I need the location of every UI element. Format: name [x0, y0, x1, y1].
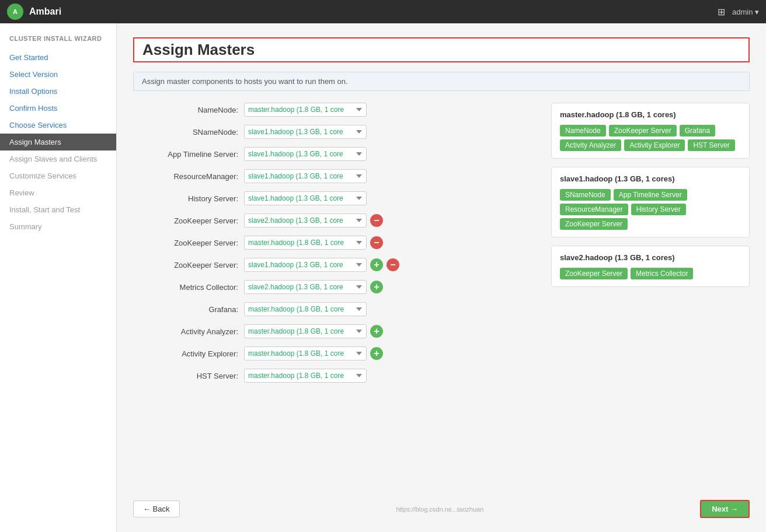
sidebar-item-confirm-hosts[interactable]: Confirm Hosts: [0, 100, 116, 117]
label-app-timeline: App Timeline Server:: [133, 150, 244, 159]
host-card-slave1: slave1.hadoop (1.3 GB, 1 cores) SNameNod…: [551, 167, 750, 237]
main-layout: CLUSTER INSTALL WIZARD Get Started Selec…: [0, 23, 766, 532]
tag-activity-analyzer: Activity Analyzer: [560, 139, 621, 151]
sidebar: CLUSTER INSTALL WIZARD Get Started Selec…: [0, 23, 117, 532]
form-row-namenode: NameNode: master.hadoop (1.8 GB, 1 core: [133, 103, 537, 117]
tag-zookeeper-server-slave2: ZooKeeper Server: [560, 268, 628, 279]
label-grafana: Grafana:: [133, 305, 244, 314]
form-row-grafana: Grafana: master.hadoop (1.8 GB, 1 core: [133, 302, 537, 316]
footer: ← Back https://blog.csdn.ne...taozhuan N…: [133, 488, 750, 518]
host-card-slave1-tags: SNameNode App Timeline Server ResourceMa…: [560, 189, 741, 230]
next-button[interactable]: Next →: [700, 500, 750, 518]
form-row-snamenode: SNameNode: slave1.hadoop (1.3 GB, 1 core: [133, 125, 537, 139]
select-wrap-hst-server: master.hadoop (1.8 GB, 1 core: [244, 369, 367, 383]
select-wrap-app-timeline: slave1.hadoop (1.3 GB, 1 core: [244, 147, 367, 161]
select-wrap-history-server: slave1.hadoop (1.3 GB, 1 core: [244, 191, 367, 205]
assign-grid: NameNode: master.hadoop (1.8 GB, 1 core …: [133, 103, 750, 488]
add-metrics-collector-button[interactable]: +: [370, 281, 383, 293]
grid-icon[interactable]: ⊞: [718, 6, 725, 18]
sidebar-item-get-started[interactable]: Get Started: [0, 49, 116, 66]
form-row-activity-analyzer: Activity Analyzer: master.hadoop (1.8 GB…: [133, 324, 537, 338]
label-activity-explorer: Activity Explorer:: [133, 349, 244, 358]
app-brand: Ambari: [29, 6, 61, 17]
tag-app-timeline-server: App Timeline Server: [614, 189, 687, 201]
sidebar-item-summary: Summary: [0, 218, 116, 235]
select-wrap-grafana: master.hadoop (1.8 GB, 1 core: [244, 302, 367, 316]
label-zk2: ZooKeeper Server:: [133, 239, 244, 247]
remove-zk2-button[interactable]: −: [370, 236, 383, 249]
sidebar-item-review: Review: [0, 184, 116, 201]
select-grafana[interactable]: master.hadoop (1.8 GB, 1 core: [244, 302, 367, 316]
add-activity-explorer-button[interactable]: +: [370, 347, 383, 360]
remove-zk3-button[interactable]: −: [387, 258, 399, 271]
remove-zk1-button[interactable]: −: [370, 214, 383, 227]
select-wrap-namenode: master.hadoop (1.8 GB, 1 core: [244, 103, 367, 117]
select-app-timeline[interactable]: slave1.hadoop (1.3 GB, 1 core: [244, 147, 367, 161]
select-wrap-zk2: master.hadoop (1.8 GB, 1 core −: [244, 236, 383, 250]
form-row-app-timeline: App Timeline Server: slave1.hadoop (1.3 …: [133, 147, 537, 161]
watermark: https://blog.csdn.ne...taozhuan: [396, 506, 483, 513]
add-activity-analyzer-button[interactable]: +: [370, 325, 383, 338]
user-menu[interactable]: admin ▾: [732, 8, 759, 16]
tag-zookeeper-server: ZooKeeper Server: [609, 125, 677, 136]
host-card-slave2-title: slave2.hadoop (1.3 GB, 1 cores): [560, 253, 741, 262]
sidebar-item-select-version[interactable]: Select Version: [0, 66, 116, 83]
form-row-metrics-collector: Metrics Collector: slave2.hadoop (1.3 GB…: [133, 280, 537, 294]
label-activity-analyzer: Activity Analyzer:: [133, 327, 244, 336]
navbar-left: A Ambari: [7, 4, 61, 20]
page-title: Assign Masters: [133, 37, 750, 62]
select-wrap-zk1: slave2.hadoop (1.3 GB, 1 core −: [244, 214, 383, 228]
select-activity-analyzer[interactable]: master.hadoop (1.8 GB, 1 core: [244, 324, 367, 338]
sidebar-item-install-start-test: Install, Start and Test: [0, 201, 116, 218]
info-bar: Assign master components to hosts you wa…: [133, 72, 750, 91]
tag-resource-manager: ResourceManager: [560, 204, 628, 215]
form-panel: NameNode: master.hadoop (1.8 GB, 1 core …: [133, 103, 537, 488]
select-zk3[interactable]: slave1.hadoop (1.3 GB, 1 core: [244, 258, 367, 272]
sidebar-item-choose-services[interactable]: Choose Services: [0, 117, 116, 134]
label-hst-server: HST Server:: [133, 372, 244, 380]
select-wrap-snamenode: slave1.hadoop (1.3 GB, 1 core: [244, 125, 367, 139]
select-wrap-activity-analyzer: master.hadoop (1.8 GB, 1 core +: [244, 324, 383, 338]
select-resource-manager[interactable]: slave1.hadoop (1.3 GB, 1 core: [244, 169, 367, 183]
sidebar-item-customize-services: Customize Services: [0, 167, 116, 184]
select-hst-server[interactable]: master.hadoop (1.8 GB, 1 core: [244, 369, 367, 383]
select-activity-explorer[interactable]: master.hadoop (1.8 GB, 1 core: [244, 346, 367, 360]
select-wrap-metrics-collector: slave2.hadoop (1.3 GB, 1 core +: [244, 280, 383, 294]
select-history-server[interactable]: slave1.hadoop (1.3 GB, 1 core: [244, 191, 367, 205]
host-card-slave2-tags: ZooKeeper Server Metrics Collector: [560, 268, 741, 279]
host-card-master-title: master.hadoop (1.8 GB, 1 cores): [560, 110, 741, 119]
navbar: A Ambari ⊞ admin ▾: [0, 0, 766, 23]
tag-snamenode: SNameNode: [560, 189, 611, 201]
navbar-right: ⊞ admin ▾: [718, 6, 759, 18]
sidebar-item-assign-slaves: Assign Slaves and Clients: [0, 150, 116, 167]
label-history-server: History Server:: [133, 194, 244, 203]
label-metrics-collector: Metrics Collector:: [133, 283, 244, 292]
select-namenode[interactable]: master.hadoop (1.8 GB, 1 core: [244, 103, 367, 117]
host-summary: master.hadoop (1.8 GB, 1 cores) NameNode…: [551, 103, 750, 488]
form-row-activity-explorer: Activity Explorer: master.hadoop (1.8 GB…: [133, 346, 537, 360]
tag-hst-server: HST Server: [688, 139, 734, 151]
host-card-master: master.hadoop (1.8 GB, 1 cores) NameNode…: [551, 103, 750, 159]
form-row-history-server: History Server: slave1.hadoop (1.3 GB, 1…: [133, 191, 537, 205]
tag-metrics-collector: Metrics Collector: [631, 268, 693, 279]
form-row-hst-server: HST Server: master.hadoop (1.8 GB, 1 cor…: [133, 369, 537, 383]
add-zk3-button[interactable]: +: [370, 258, 383, 271]
tag-grafana: Grafana: [680, 125, 715, 136]
content: Assign Masters Assign master components …: [117, 23, 766, 532]
sidebar-item-assign-masters[interactable]: Assign Masters: [0, 134, 116, 150]
select-snamenode[interactable]: slave1.hadoop (1.3 GB, 1 core: [244, 125, 367, 139]
sidebar-item-install-options[interactable]: Install Options: [0, 83, 116, 100]
form-row-zk1: ZooKeeper Server: slave2.hadoop (1.3 GB,…: [133, 214, 537, 228]
tag-namenode: NameNode: [560, 125, 606, 136]
select-zk2[interactable]: master.hadoop (1.8 GB, 1 core: [244, 236, 367, 250]
select-wrap-activity-explorer: master.hadoop (1.8 GB, 1 core +: [244, 346, 383, 360]
tag-activity-explorer: Activity Explorer: [624, 139, 685, 151]
tag-zookeeper-server-slave1: ZooKeeper Server: [560, 218, 628, 230]
host-card-master-tags: NameNode ZooKeeper Server Grafana Activi…: [560, 125, 741, 151]
host-card-slave1-title: slave1.hadoop (1.3 GB, 1 cores): [560, 174, 741, 183]
form-row-zk3: ZooKeeper Server: slave1.hadoop (1.3 GB,…: [133, 258, 537, 272]
select-zk1[interactable]: slave2.hadoop (1.3 GB, 1 core: [244, 214, 367, 228]
host-card-slave2: slave2.hadoop (1.3 GB, 1 cores) ZooKeepe…: [551, 246, 750, 287]
select-metrics-collector[interactable]: slave2.hadoop (1.3 GB, 1 core: [244, 280, 367, 294]
back-button[interactable]: ← Back: [133, 501, 180, 517]
